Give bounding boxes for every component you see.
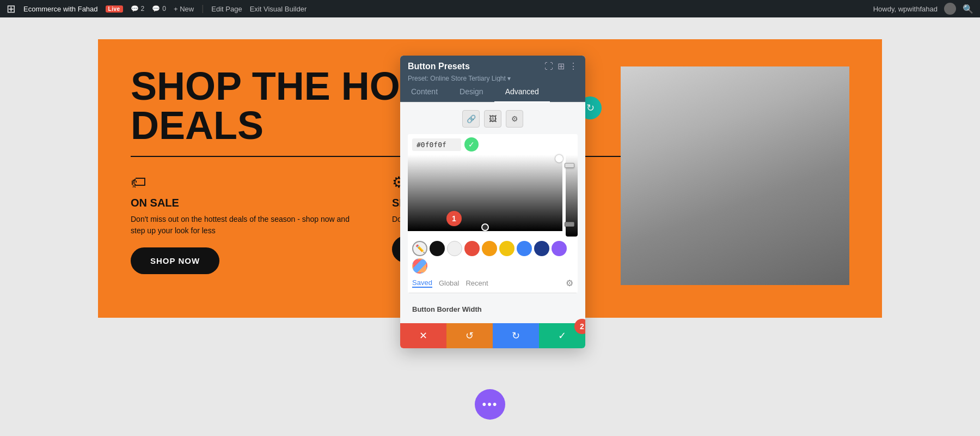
color-picker-area: ✓ (408, 134, 578, 293)
hero-photo (621, 66, 849, 285)
panel-actions-wrapper: ✕ ↺ ↻ ✓ 2 (400, 323, 585, 348)
edit-page-link[interactable]: Edit Page (211, 5, 242, 13)
icon-link[interactable]: 🔗 (462, 110, 480, 128)
avatar (944, 3, 956, 15)
icon-settings[interactable]: ⚙ (506, 110, 523, 128)
gradient-handle-white[interactable] (555, 155, 563, 162)
cancel-button[interactable]: ✕ (400, 323, 446, 348)
columns-icon[interactable]: ⊞ (558, 61, 565, 71)
color-tab-saved[interactable]: Saved (412, 278, 432, 288)
shop-now-button-1[interactable]: SHOP NOW (131, 247, 219, 274)
color-hex-input[interactable] (412, 138, 461, 151)
more-icon[interactable]: ⋮ (569, 61, 578, 71)
woman-silhouette (621, 66, 849, 285)
color-tab-settings-icon[interactable]: ⚙ (566, 278, 573, 288)
panel-preset-label[interactable]: Preset: Online Store Tertiary Light ▾ (408, 75, 511, 82)
comments-count[interactable]: 💬2 (131, 5, 145, 13)
border-width-label: Button Border Width (408, 299, 578, 316)
eyedropper-tool[interactable]: ✏️ (412, 241, 427, 256)
swatch-white[interactable] (447, 241, 462, 256)
admin-bar: ⊞ Ecommerce with Fahad Live 💬2 💬0 + New … (0, 0, 980, 17)
panel-header: Button Presets ⛶ ⊞ ⋮ Preset: Online Stor… (400, 56, 585, 82)
live-badge: Live (106, 5, 123, 13)
panel-icon-row: 🔗 🖼 ⚙ (408, 110, 578, 128)
panel-header-icons: ⛶ ⊞ ⋮ (544, 61, 578, 71)
brightness-handle[interactable] (565, 163, 574, 168)
swatch-eyedropper[interactable] (412, 258, 427, 274)
confirm-badge: 2 (574, 319, 585, 334)
sale-desc: Don't miss out on the hottest deals of t… (131, 214, 359, 237)
swatch-blue[interactable] (517, 241, 532, 256)
sale-icon: 🏷 (131, 173, 359, 191)
brightness-handle-2[interactable] (565, 222, 574, 227)
messages-count[interactable]: 💬0 (152, 5, 166, 13)
panel-tabs: Content Design Advanced (400, 82, 585, 102)
expand-icon[interactable]: ⛶ (544, 62, 553, 71)
tab-design[interactable]: Design (449, 82, 494, 102)
gradient-picker[interactable] (408, 155, 562, 231)
tab-advanced[interactable]: Advanced (494, 82, 550, 102)
dots-icon: ••• (482, 397, 498, 411)
wordpress-icon: ⊞ (7, 2, 16, 15)
swatch-black[interactable] (430, 241, 445, 256)
bottom-dots-button[interactable]: ••• (475, 389, 505, 420)
canvas: SHOP THE HOTTE DEALS 🏷 ON SALE Don't mis… (0, 17, 980, 436)
confirm-button[interactable]: ✓ 2 (539, 323, 585, 348)
exit-builder-link[interactable]: Exit Visual Builder (250, 5, 307, 13)
color-input-row: ✓ (408, 134, 578, 155)
sale-title: ON SALE (131, 197, 359, 209)
brightness-track[interactable] (566, 155, 578, 237)
panel-body: 🔗 🖼 ⚙ ✓ (400, 102, 585, 323)
search-icon[interactable]: 🔍 (963, 4, 973, 14)
swatch-yellow[interactable] (499, 241, 514, 256)
brightness-slider-container (566, 155, 578, 237)
new-link[interactable]: + New (174, 5, 194, 13)
color-tabs: Saved Global Recent ⚙ (408, 278, 578, 293)
tab-content[interactable]: Content (400, 82, 449, 102)
howdy-text: Howdy, wpwithfahad (873, 5, 938, 13)
color-tab-global[interactable]: Global (439, 279, 460, 287)
panel-preset-row: Preset: Online Store Tertiary Light ▾ (408, 75, 578, 82)
panel-title: Button Presets (408, 62, 470, 71)
gradient-brightness-row (408, 155, 578, 237)
button-presets-panel: Button Presets ⛶ ⊞ ⋮ Preset: Online Stor… (400, 56, 585, 348)
swatch-red[interactable] (464, 241, 480, 256)
swatch-dark-blue[interactable] (534, 241, 549, 256)
badge-1: 1 (446, 211, 462, 226)
redo-button[interactable]: ↻ (493, 323, 539, 348)
panel-actions: ✕ ↺ ↻ ✓ 2 (400, 323, 585, 348)
color-confirm-button[interactable]: ✓ (464, 137, 479, 152)
site-name[interactable]: Ecommerce with Fahad (23, 5, 98, 13)
gradient-handle-dark[interactable] (481, 223, 489, 231)
swatch-orange[interactable] (482, 241, 497, 256)
icon-image[interactable]: 🖼 (484, 110, 501, 128)
color-swatches: ✏️ (408, 237, 578, 278)
undo-button[interactable]: ↺ (446, 323, 493, 348)
panel-title-row: Button Presets ⛶ ⊞ ⋮ (408, 61, 578, 71)
feature-on-sale: 🏷 ON SALE Don't miss out on the hottest … (131, 173, 359, 274)
swatch-purple[interactable] (552, 241, 567, 256)
color-tab-recent[interactable]: Recent (465, 279, 488, 287)
hero-image (621, 66, 849, 285)
